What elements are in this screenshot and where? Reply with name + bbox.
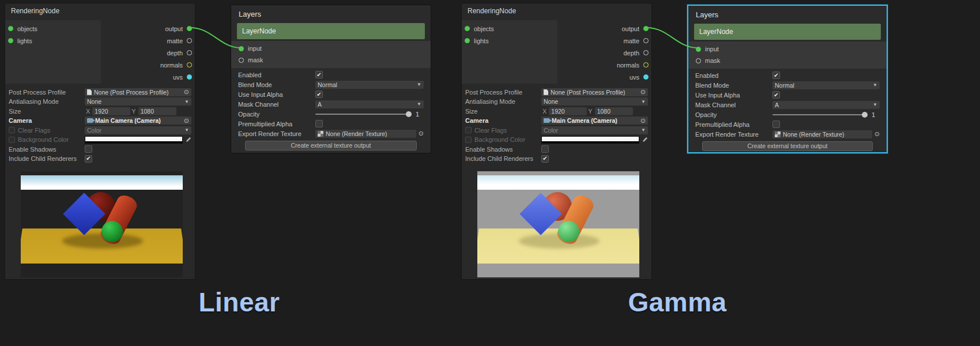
slider-track <box>315 114 412 115</box>
enabled-checkbox[interactable]: ✔ <box>772 72 780 79</box>
prop-label: Antialiasing Mode <box>465 98 541 105</box>
preview-green-sphere <box>101 221 123 242</box>
port-dot[interactable] <box>643 26 649 31</box>
port-dot[interactable] <box>239 46 244 51</box>
object-picker-icon[interactable]: ⊙ <box>875 131 880 137</box>
port-dot[interactable] <box>643 74 649 80</box>
size-x-label: X <box>86 108 90 115</box>
override-checkbox[interactable] <box>9 137 15 143</box>
eyedropper-icon[interactable] <box>185 137 191 143</box>
output-port-depth[interactable]: depth <box>94 47 195 59</box>
port-dot[interactable] <box>465 26 470 31</box>
layer-node-header[interactable]: LayerNode <box>694 24 881 40</box>
output-port-output[interactable]: output <box>551 22 651 35</box>
input-port-mask[interactable]: mask <box>688 55 887 66</box>
include-child-renderers-checkbox[interactable]: ✔ <box>85 155 92 163</box>
prop-enabled: Enabled ✔ <box>238 70 424 80</box>
port-dot[interactable] <box>187 26 192 31</box>
antialiasing-mode-dropdown[interactable]: None ▼ <box>85 97 191 106</box>
camera-object-field[interactable]: Main Camera (Camera) ⊙ <box>85 116 191 125</box>
mask-channel-dropdown[interactable]: A ▼ <box>772 101 880 109</box>
opacity-slider[interactable] <box>772 111 868 118</box>
output-port-matte[interactable]: matte <box>94 35 195 47</box>
opacity-slider-handle[interactable] <box>862 112 868 118</box>
checkmark: ✔ <box>774 73 778 78</box>
use-input-alpha-checkbox[interactable]: ✔ <box>772 91 780 99</box>
use-input-alpha-checkbox[interactable]: ✔ <box>315 91 323 98</box>
eyedropper-icon[interactable] <box>642 137 648 143</box>
clear-flags-dropdown[interactable]: Color ▼ <box>541 126 648 134</box>
output-port-matte[interactable]: matte <box>551 35 651 47</box>
port-dot[interactable] <box>8 38 13 43</box>
object-picker-icon[interactable]: ⊙ <box>640 118 646 124</box>
output-port-depth[interactable]: depth <box>551 47 651 59</box>
port-dot[interactable] <box>643 38 649 43</box>
prop-enabled: Enabled ✔ <box>695 71 880 80</box>
input-port-input[interactable]: input <box>231 43 431 54</box>
input-port-objects[interactable]: objects <box>5 22 101 35</box>
port-dot[interactable] <box>643 62 649 67</box>
post-process-profile-field[interactable]: None (Post Process Profile) ⊙ <box>541 88 648 96</box>
input-port-lights[interactable]: lights <box>462 35 557 47</box>
export-render-texture-field[interactable]: None (Render Texture) <box>315 130 416 138</box>
post-process-profile-field[interactable]: None (Post Process Profile) ⊙ <box>85 88 191 96</box>
rendering-node-title[interactable]: RenderingNode <box>462 3 651 19</box>
port-dot[interactable] <box>465 38 470 43</box>
mask-channel-dropdown[interactable]: A ▼ <box>315 100 424 108</box>
input-port-objects[interactable]: objects <box>462 22 557 35</box>
enable-shadows-checkbox[interactable] <box>85 145 92 153</box>
opacity-slider-handle[interactable] <box>406 111 412 117</box>
port-dot[interactable] <box>187 38 192 43</box>
size-y-field[interactable]: 1080 <box>138 107 176 115</box>
antialiasing-mode-dropdown[interactable]: None ▼ <box>541 97 648 106</box>
output-port-uvs[interactable]: uvs <box>94 71 195 83</box>
output-port-output[interactable]: output <box>94 22 195 35</box>
layer-node-header[interactable]: LayerNode <box>237 23 425 39</box>
prop-camera: Camera Main Camera (Camera) ⊙ <box>9 116 191 126</box>
clear-flags-dropdown[interactable]: Color ▼ <box>85 126 191 134</box>
port-dot[interactable] <box>696 58 701 63</box>
blend-mode-dropdown[interactable]: Normal ▼ <box>772 81 880 89</box>
background-color-swatch[interactable] <box>85 136 183 144</box>
color-space-caption: Gamma <box>582 287 772 318</box>
background-color-swatch[interactable] <box>541 136 639 144</box>
output-port-uvs[interactable]: uvs <box>551 71 651 83</box>
input-port-lights[interactable]: lights <box>5 35 101 47</box>
create-external-texture-output-button[interactable]: Create external texture output <box>245 141 417 151</box>
output-port-normals[interactable]: normals <box>551 59 651 71</box>
object-picker-icon[interactable]: ⊙ <box>640 89 646 95</box>
create-external-texture-output-button[interactable]: Create external texture output <box>702 141 873 151</box>
object-picker-icon[interactable]: ⊙ <box>184 118 189 124</box>
export-render-texture-field[interactable]: None (Render Texture) <box>772 130 872 138</box>
enabled-checkbox[interactable]: ✔ <box>315 71 323 78</box>
input-port-input[interactable]: input <box>688 43 887 55</box>
port-dot[interactable] <box>187 62 192 67</box>
checkmark: ✔ <box>774 92 778 98</box>
size-y-field[interactable]: 1080 <box>595 107 633 115</box>
port-dot[interactable] <box>643 50 649 55</box>
size-x-field[interactable]: 1920 <box>549 107 587 115</box>
output-port-normals[interactable]: normals <box>94 59 195 71</box>
input-port-mask[interactable]: mask <box>231 54 431 66</box>
premultiplied-alpha-checkbox[interactable] <box>772 121 780 128</box>
enable-shadows-checkbox[interactable] <box>541 145 549 153</box>
object-picker-icon[interactable]: ⊙ <box>419 130 424 137</box>
port-dot[interactable] <box>696 47 701 52</box>
camera-object-field[interactable]: Main Camera (Camera) ⊙ <box>541 116 648 125</box>
include-child-renderers-checkbox[interactable]: ✔ <box>541 155 549 163</box>
override-checkbox[interactable] <box>9 127 15 133</box>
port-dot[interactable] <box>187 74 192 80</box>
prop-clear-flags: Clear Flags Color ▼ <box>9 126 191 135</box>
override-checkbox[interactable] <box>465 137 472 143</box>
premultiplied-alpha-checkbox[interactable] <box>315 120 323 127</box>
port-dot[interactable] <box>8 26 13 31</box>
override-checkbox[interactable] <box>465 127 472 133</box>
port-dot[interactable] <box>187 50 192 55</box>
rendering-node-title[interactable]: RenderingNode <box>5 3 195 19</box>
port-label: matte <box>167 37 183 44</box>
blend-mode-dropdown[interactable]: Normal ▼ <box>315 81 424 89</box>
port-dot[interactable] <box>239 58 244 63</box>
opacity-slider[interactable] <box>315 111 412 118</box>
size-x-field[interactable]: 1920 <box>92 107 130 115</box>
object-picker-icon[interactable]: ⊙ <box>184 89 189 95</box>
